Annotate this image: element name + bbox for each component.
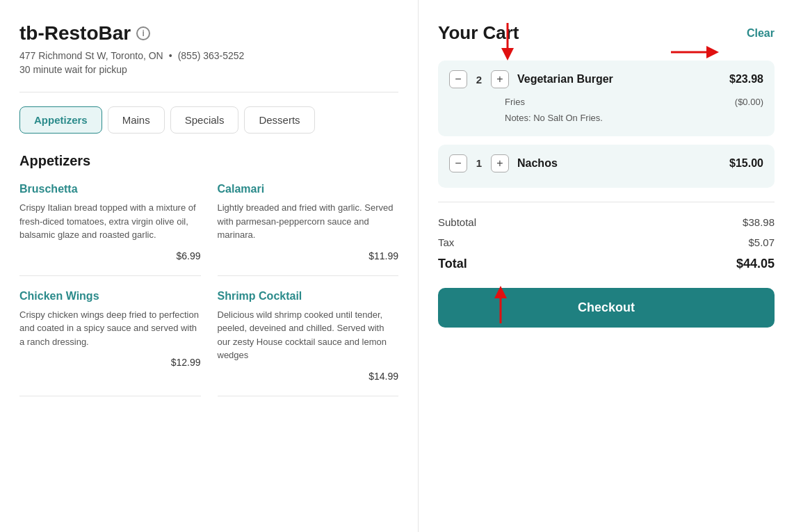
menu-item-bruschetta: Bruschetta Crispy Italian bread topped w… [19, 183, 201, 276]
tax-label: Tax [438, 236, 454, 248]
menu-item-desc-calamari: Lightly breaded and fried with garlic. S… [218, 201, 399, 242]
right-panel: Your Cart Clear − 2 + Ve [419, 0, 794, 532]
menu-item-shrimp-cocktail: Shrimp Cocktail Delicious wild shrimp co… [218, 290, 399, 396]
menu-item-price-calamari: $11.99 [218, 250, 399, 261]
cart-extra-notes: Notes: No Salt On Fries. [505, 110, 763, 126]
total-label: Total [438, 257, 467, 271]
divider [19, 92, 398, 92]
menu-item-name-calamari[interactable]: Calamari [218, 183, 399, 195]
menu-item-desc-chicken-wings: Crispy chicken wings deep fried to perfe… [19, 308, 201, 349]
qty-control-2: − 1 + [449, 154, 509, 172]
totals-section: Subtotal $38.98 Tax $5.07 Total $44.05 [438, 216, 775, 271]
separator-dot: • [169, 50, 172, 61]
cart-item-price-2: $15.00 [729, 157, 763, 170]
left-panel: tb-RestoBar i 477 Richmond St W, Toronto… [0, 0, 419, 532]
cart-item-price-1: $23.98 [729, 73, 763, 86]
cart-item-vegetarian-burger: − 2 + Vegetarian Burger $23.98 Fries ($0… [438, 61, 775, 136]
restaurant-title: tb-RestoBar i [19, 22, 398, 45]
cart-header: Your Cart Clear [438, 22, 775, 44]
cart-item-name-1: Vegetarian Burger [517, 73, 721, 86]
tax-row: Tax $5.07 [438, 236, 775, 248]
menu-item-name-shrimp-cocktail[interactable]: Shrimp Cocktail [218, 290, 399, 303]
red-arrow-down-icon [487, 19, 528, 61]
menu-item-desc-bruschetta: Crispy Italian bread topped with a mixtu… [19, 201, 201, 242]
subtotal-row: Subtotal $38.98 [438, 216, 775, 228]
menu-item-calamari: Calamari Lightly breaded and fried with … [218, 183, 399, 276]
qty-increase-btn-2[interactable]: + [491, 154, 509, 172]
qty-num-1: 2 [474, 74, 484, 86]
tab-desserts[interactable]: Desserts [244, 106, 314, 134]
qty-decrease-btn-2[interactable]: − [449, 154, 467, 172]
red-arrow-up-icon [483, 285, 518, 327]
cart-divider [438, 202, 775, 202]
qty-control-1: − 2 + [449, 70, 509, 88]
restaurant-address: 477 Richmond St W, Toronto, ON [19, 50, 163, 61]
section-title: Appetizers [19, 153, 398, 169]
red-arrow-right-icon [667, 42, 723, 63]
qty-increase-btn-1[interactable]: + [491, 70, 509, 88]
menu-item-name-chicken-wings[interactable]: Chicken Wings [19, 290, 201, 303]
cart-item-name-2: Nachos [517, 157, 721, 170]
tax-value: $5.07 [748, 236, 775, 248]
clear-button[interactable]: Clear [747, 27, 775, 40]
cart-item-main-2: − 1 + Nachos $15.00 [449, 154, 763, 172]
total-value: $44.05 [736, 257, 775, 271]
restaurant-meta: 477 Richmond St W, Toronto, ON • (855) 3… [19, 50, 398, 61]
cart-item-extras-1: Fries ($0.00) Notes: No Salt On Fries. [449, 94, 763, 127]
qty-num-2: 1 [474, 157, 484, 169]
tabs-container: Appetizers Mains Specials Desserts [19, 106, 398, 134]
info-icon[interactable]: i [136, 26, 150, 40]
menu-item-price-shrimp-cocktail: $14.99 [218, 371, 399, 382]
restaurant-phone: (855) 363-5252 [178, 50, 245, 61]
grand-total-row: Total $44.05 [438, 257, 775, 271]
cart-item-nachos: − 1 + Nachos $15.00 [438, 145, 775, 188]
cart-extra-fries: Fries ($0.00) [505, 94, 763, 110]
tab-mains[interactable]: Mains [108, 106, 165, 134]
menu-item-price-bruschetta: $6.99 [19, 250, 201, 261]
cart-item-main-1: − 2 + Vegetarian Burger $23.98 [449, 70, 763, 88]
menu-item-name-bruschetta[interactable]: Bruschetta [19, 183, 201, 195]
wait-time: 30 minute wait for pickup [19, 64, 398, 75]
menu-item-desc-shrimp-cocktail: Delicious wild shrimp cooked until tende… [218, 308, 399, 362]
subtotal-label: Subtotal [438, 216, 476, 228]
tab-appetizers[interactable]: Appetizers [19, 106, 102, 134]
menu-item-chicken-wings: Chicken Wings Crispy chicken wings deep … [19, 290, 201, 396]
menu-grid: Bruschetta Crispy Italian bread topped w… [19, 183, 398, 410]
tab-specials[interactable]: Specials [170, 106, 239, 134]
restaurant-name: tb-RestoBar [19, 22, 131, 45]
qty-decrease-btn-1[interactable]: − [449, 70, 467, 88]
menu-item-price-chicken-wings: $12.99 [19, 357, 201, 368]
subtotal-value: $38.98 [743, 216, 775, 228]
